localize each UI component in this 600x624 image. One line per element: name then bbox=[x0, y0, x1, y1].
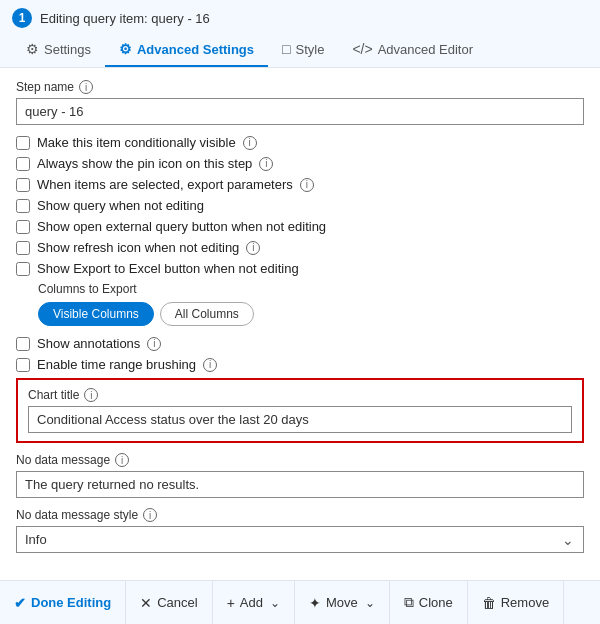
columns-to-export-group: Columns to Export Visible Columns All Co… bbox=[38, 282, 584, 326]
checkbox-export-parameters-label: When items are selected, export paramete… bbox=[37, 177, 293, 192]
advanced-settings-icon: ⚙ bbox=[119, 41, 132, 57]
no-data-style-wrapper: Info Warning Error bbox=[16, 526, 584, 553]
done-editing-icon: ✔ bbox=[14, 595, 26, 611]
cancel-label: Cancel bbox=[157, 595, 197, 610]
move-icon: ✦ bbox=[309, 595, 321, 611]
checkbox-export-parameters: When items are selected, export paramete… bbox=[16, 177, 584, 192]
no-data-style-info-icon[interactable]: i bbox=[143, 508, 157, 522]
export-params-info-icon[interactable]: i bbox=[300, 178, 314, 192]
checkbox-enable-time-range-input[interactable] bbox=[16, 358, 30, 372]
no-data-style-group: No data message style i Info Warning Err… bbox=[16, 508, 584, 553]
move-label: Move bbox=[326, 595, 358, 610]
tab-style-label: Style bbox=[295, 42, 324, 57]
chart-title-input[interactable] bbox=[28, 406, 572, 433]
footer: ✔ Done Editing ✕ Cancel + Add ✦ Move ⧉ C… bbox=[0, 580, 600, 624]
checkbox-show-external-query-input[interactable] bbox=[16, 220, 30, 234]
no-data-message-input[interactable] bbox=[16, 471, 584, 498]
no-data-style-label: No data message style i bbox=[16, 508, 584, 522]
no-data-message-label: No data message i bbox=[16, 453, 584, 467]
no-data-message-group: No data message i bbox=[16, 453, 584, 498]
checkbox-show-query-input[interactable] bbox=[16, 199, 30, 213]
no-data-style-select[interactable]: Info Warning Error bbox=[16, 526, 584, 553]
refresh-icon-info-icon[interactable]: i bbox=[246, 241, 260, 255]
checkbox-show-annotations: Show annotations i bbox=[16, 336, 584, 351]
content-area: Step name i Make this item conditionally… bbox=[0, 68, 600, 560]
checkbox-show-annotations-label: Show annotations bbox=[37, 336, 140, 351]
checkbox-show-export-excel-input[interactable] bbox=[16, 262, 30, 276]
tab-bar: ⚙ Settings ⚙ Advanced Settings □ Style <… bbox=[12, 34, 588, 67]
checkbox-show-refresh-icon-label: Show refresh icon when not editing bbox=[37, 240, 239, 255]
header: 1 Editing query item: query - 16 ⚙ Setti… bbox=[0, 0, 600, 68]
checkbox-show-pin-icon: Always show the pin icon on this step i bbox=[16, 156, 584, 171]
checkbox-conditionally-visible-input[interactable] bbox=[16, 136, 30, 150]
checkbox-show-pin-icon-label: Always show the pin icon on this step bbox=[37, 156, 252, 171]
tab-advanced-editor-label: Advanced Editor bbox=[378, 42, 473, 57]
header-title: 1 Editing query item: query - 16 bbox=[12, 8, 588, 28]
remove-icon: 🗑 bbox=[482, 595, 496, 611]
checkbox-show-query-not-editing: Show query when not editing bbox=[16, 198, 584, 213]
no-data-message-info-icon[interactable]: i bbox=[115, 453, 129, 467]
checkbox-show-external-query: Show open external query button when not… bbox=[16, 219, 584, 234]
step-name-group: Step name i bbox=[16, 80, 584, 125]
conditionally-visible-info-icon[interactable]: i bbox=[243, 136, 257, 150]
step-name-input[interactable] bbox=[16, 98, 584, 125]
clone-label: Clone bbox=[419, 595, 453, 610]
remove-button[interactable]: 🗑 Remove bbox=[468, 581, 564, 625]
columns-export-options: Visible Columns All Columns bbox=[38, 302, 584, 326]
checkbox-show-refresh-icon-input[interactable] bbox=[16, 241, 30, 255]
page-title: Editing query item: query - 16 bbox=[40, 11, 210, 26]
done-editing-label: Done Editing bbox=[31, 595, 111, 610]
checkbox-conditionally-visible: Make this item conditionally visible i bbox=[16, 135, 584, 150]
style-icon: □ bbox=[282, 41, 290, 57]
annotations-info-icon[interactable]: i bbox=[147, 337, 161, 351]
chart-title-label: Chart title i bbox=[28, 388, 572, 402]
checkbox-export-parameters-input[interactable] bbox=[16, 178, 30, 192]
move-button[interactable]: ✦ Move bbox=[295, 581, 390, 625]
checkbox-show-export-excel: Show Export to Excel button when not edi… bbox=[16, 261, 584, 276]
tab-advanced-settings-label: Advanced Settings bbox=[137, 42, 254, 57]
checkbox-show-export-excel-label: Show Export to Excel button when not edi… bbox=[37, 261, 299, 276]
visible-columns-button[interactable]: Visible Columns bbox=[38, 302, 154, 326]
checkbox-show-annotations-input[interactable] bbox=[16, 337, 30, 351]
tab-settings[interactable]: ⚙ Settings bbox=[12, 34, 105, 67]
columns-to-export-label: Columns to Export bbox=[38, 282, 584, 296]
chart-title-info-icon[interactable]: i bbox=[84, 388, 98, 402]
advanced-editor-icon: </> bbox=[352, 41, 372, 57]
all-columns-button[interactable]: All Columns bbox=[160, 302, 254, 326]
clone-button[interactable]: ⧉ Clone bbox=[390, 581, 468, 625]
tab-advanced-settings[interactable]: ⚙ Advanced Settings bbox=[105, 34, 268, 67]
chart-title-section: Chart title i bbox=[16, 378, 584, 443]
checkbox-enable-time-range-label: Enable time range brushing bbox=[37, 357, 196, 372]
step-name-info-icon[interactable]: i bbox=[79, 80, 93, 94]
tab-settings-label: Settings bbox=[44, 42, 91, 57]
add-icon: + bbox=[227, 595, 235, 611]
done-editing-button[interactable]: ✔ Done Editing bbox=[0, 581, 126, 625]
remove-label: Remove bbox=[501, 595, 549, 610]
cancel-button[interactable]: ✕ Cancel bbox=[126, 581, 212, 625]
checkbox-enable-time-range: Enable time range brushing i bbox=[16, 357, 584, 372]
checkbox-show-refresh-icon: Show refresh icon when not editing i bbox=[16, 240, 584, 255]
clone-icon: ⧉ bbox=[404, 594, 414, 611]
checkbox-conditionally-visible-label: Make this item conditionally visible bbox=[37, 135, 236, 150]
cancel-icon: ✕ bbox=[140, 595, 152, 611]
step-badge: 1 bbox=[12, 8, 32, 28]
time-range-info-icon[interactable]: i bbox=[203, 358, 217, 372]
checkbox-show-pin-icon-input[interactable] bbox=[16, 157, 30, 171]
checkbox-show-query-label: Show query when not editing bbox=[37, 198, 204, 213]
tab-advanced-editor[interactable]: </> Advanced Editor bbox=[338, 34, 487, 67]
add-label: Add bbox=[240, 595, 263, 610]
add-button[interactable]: + Add bbox=[213, 581, 295, 625]
checkbox-show-external-query-label: Show open external query button when not… bbox=[37, 219, 326, 234]
show-pin-info-icon[interactable]: i bbox=[259, 157, 273, 171]
step-name-label: Step name i bbox=[16, 80, 584, 94]
settings-icon: ⚙ bbox=[26, 41, 39, 57]
tab-style[interactable]: □ Style bbox=[268, 34, 338, 67]
